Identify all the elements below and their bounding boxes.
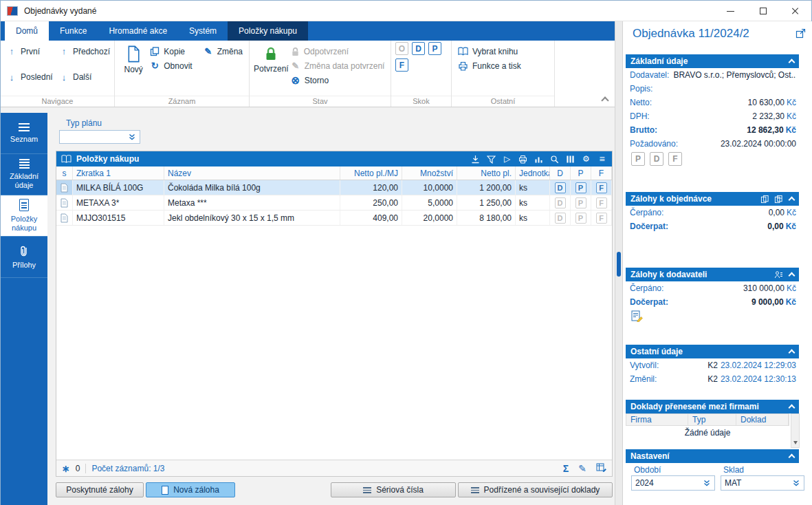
change-button[interactable]: ✎Změna bbox=[201, 44, 245, 58]
storno-button[interactable]: ⊗Storno bbox=[289, 73, 387, 87]
sidebar-item-prilohy[interactable]: Přílohy bbox=[1, 237, 47, 278]
chart-icon[interactable] bbox=[534, 154, 544, 164]
advance-note-icon[interactable] bbox=[631, 310, 643, 324]
field-label: Dodavatel: bbox=[630, 70, 669, 80]
column-header-netto-mj[interactable]: Netto pl./MJ bbox=[340, 166, 402, 180]
print-icon[interactable] bbox=[518, 154, 528, 164]
table-row[interactable]: MJJO301515 Jekl obdelníkový 30 x 15 x 1,… bbox=[56, 211, 612, 226]
user-text: K2 bbox=[707, 374, 718, 384]
maximize-button[interactable] bbox=[747, 1, 779, 21]
field-pozadovano: Požadováno: 23.02.2024 00:00:00 bbox=[630, 137, 796, 151]
new-advance-button[interactable]: Nová záloha bbox=[146, 482, 235, 497]
minimize-button[interactable] bbox=[714, 1, 747, 21]
column-header-f[interactable]: F bbox=[591, 166, 612, 180]
next-button[interactable]: ↓Další bbox=[57, 70, 116, 85]
column-header-s[interactable]: s bbox=[56, 166, 73, 180]
section-header-zalohy-dodavateli[interactable]: Zálohy k dodavateli bbox=[626, 268, 799, 281]
field-label: Čerpáno: bbox=[630, 208, 663, 217]
cancel-circle-icon: ⊗ bbox=[291, 74, 300, 87]
select-book-button[interactable]: Vybrat knihu bbox=[456, 44, 550, 58]
section-header-ostatni-udaje[interactable]: Ostatní údaje bbox=[626, 345, 799, 358]
column-header-d[interactable]: D bbox=[550, 166, 571, 180]
subordinate-documents-button[interactable]: Podřízené a související doklady bbox=[458, 482, 613, 497]
doklady-table-header: Firma Typ Doklad bbox=[626, 413, 789, 426]
jump-o-button[interactable]: O bbox=[395, 42, 408, 55]
section-header-nastaveni[interactable]: Nastavení bbox=[626, 449, 799, 463]
user-text: K2 bbox=[707, 361, 718, 370]
sklad-select[interactable]: MAT bbox=[721, 475, 804, 491]
open-in-window-icon[interactable] bbox=[795, 28, 806, 41]
flag-d-button[interactable]: D bbox=[650, 152, 663, 166]
table-edit-icon[interactable] bbox=[596, 462, 606, 474]
edit-icon[interactable]: ✎ bbox=[578, 463, 586, 474]
column-header-doklad[interactable]: Doklad bbox=[736, 414, 789, 425]
splitter-handle[interactable] bbox=[617, 252, 621, 277]
column-header-p[interactable]: P bbox=[571, 166, 591, 180]
column-header-mnozstvi[interactable]: Množství bbox=[402, 166, 457, 180]
export-icon[interactable] bbox=[470, 154, 481, 164]
sidebar-item-seznam[interactable]: Seznam bbox=[1, 113, 47, 154]
menu-icon[interactable]: ≡ bbox=[597, 154, 607, 164]
panel-splitter[interactable] bbox=[615, 21, 623, 505]
columns-icon[interactable] bbox=[565, 154, 575, 164]
tab-domu[interactable]: Domů bbox=[5, 21, 49, 41]
sidebar-item-polozky-nakupu[interactable]: Položky nákupu bbox=[1, 195, 47, 237]
jump-f-button[interactable]: F bbox=[395, 58, 408, 72]
doklady-scrollbar[interactable] bbox=[791, 413, 800, 448]
flag-f-button[interactable]: F bbox=[668, 152, 682, 166]
column-header-zkratka[interactable]: Zkratka 1 bbox=[73, 166, 164, 180]
filter-edit-icon[interactable] bbox=[486, 154, 496, 164]
asterisk-icon[interactable]: ∗ bbox=[62, 463, 70, 474]
section-header-doklady[interactable]: Doklady přenesené mezi firmami bbox=[626, 400, 799, 413]
first-button[interactable]: ↑První bbox=[5, 44, 57, 58]
column-header-typ[interactable]: Typ bbox=[688, 414, 736, 425]
cell-mnozstvi: 5,0000 bbox=[402, 195, 457, 210]
pencil-icon: ✎ bbox=[291, 61, 300, 71]
obdobi-select[interactable]: 2024 bbox=[631, 475, 715, 491]
last-button[interactable]: ↓Poslední bbox=[5, 70, 57, 85]
typ-planu-select[interactable] bbox=[59, 130, 140, 144]
unconfirm-button[interactable]: Odpotvrzení bbox=[289, 44, 387, 58]
sidebar-item-zakladni-udaje[interactable]: Základní údaje bbox=[1, 154, 47, 195]
group-label-stav: Stav bbox=[250, 96, 391, 107]
tab-system[interactable]: Systém bbox=[178, 21, 228, 41]
provided-advances-button[interactable]: Poskytnuté zálohy bbox=[56, 482, 144, 497]
run-icon[interactable]: ▷ bbox=[502, 154, 512, 164]
field-value: K223.02.2024 12:29:03 bbox=[707, 361, 796, 370]
section-header-zalohy-objednavce[interactable]: Zálohy k objednávce bbox=[626, 192, 799, 206]
column-header-firma[interactable]: Firma bbox=[626, 414, 688, 425]
change-confirm-date-button[interactable]: ✎Změna data potvrzení bbox=[289, 58, 387, 73]
tab-hromadne-akce[interactable]: Hromadné akce bbox=[98, 21, 178, 41]
flag-p-button[interactable]: P bbox=[631, 152, 645, 166]
confirm-button[interactable]: Potvrzení bbox=[254, 44, 289, 96]
value-text: BRAVO s.r.o.; Přemyslovců; Ost... bbox=[673, 70, 796, 80]
functions-print-button[interactable]: Funkce a tisk bbox=[456, 58, 550, 73]
field-label: Vytvořil: bbox=[630, 361, 659, 370]
column-header-jednotka[interactable]: Jednotka bbox=[516, 166, 550, 180]
ribbon-group-skok: O D P F Skok bbox=[391, 41, 452, 107]
currency-text: Kč bbox=[787, 283, 796, 293]
settings-icon[interactable]: ⚙ bbox=[581, 154, 591, 164]
cell-nazev: Čokoláda Milka bílá 100g bbox=[164, 180, 340, 195]
group-label-ostatni: Ostatní bbox=[452, 96, 554, 107]
column-header-netto[interactable]: Netto pl. bbox=[457, 166, 516, 180]
jump-p-button[interactable]: P bbox=[428, 42, 441, 55]
tab-polozky-nakupu[interactable]: Položky nákupu bbox=[228, 21, 308, 41]
copy-button[interactable]: Kopie bbox=[148, 44, 194, 58]
search-icon[interactable] bbox=[549, 154, 560, 164]
serial-numbers-button[interactable]: Sériová čísla bbox=[331, 482, 456, 497]
sum-icon[interactable]: Σ bbox=[563, 463, 569, 474]
ribbon-collapse-icon[interactable] bbox=[601, 96, 608, 104]
refresh-button[interactable]: ↻Obnovit bbox=[148, 58, 194, 73]
previous-button[interactable]: ↑Předchozí bbox=[57, 44, 116, 58]
section-header-zakladni-udaje[interactable]: Základní údaje bbox=[626, 54, 799, 68]
tab-funkce[interactable]: Funkce bbox=[49, 21, 98, 41]
new-button[interactable]: Nový bbox=[119, 44, 148, 96]
jump-d-button[interactable]: D bbox=[412, 42, 425, 55]
field-value: 9 000,00Kč bbox=[751, 297, 796, 307]
column-header-nazev[interactable]: Název bbox=[164, 166, 340, 180]
table-row[interactable]: MILKA BÍLÁ 100G Čokoláda Milka bílá 100g… bbox=[56, 180, 612, 195]
close-button[interactable] bbox=[779, 1, 811, 21]
table-row[interactable]: METAXA 3* Metaxa *** 250,00 5,0000 1 250… bbox=[56, 195, 612, 211]
cell-nazev: Metaxa *** bbox=[164, 195, 340, 210]
